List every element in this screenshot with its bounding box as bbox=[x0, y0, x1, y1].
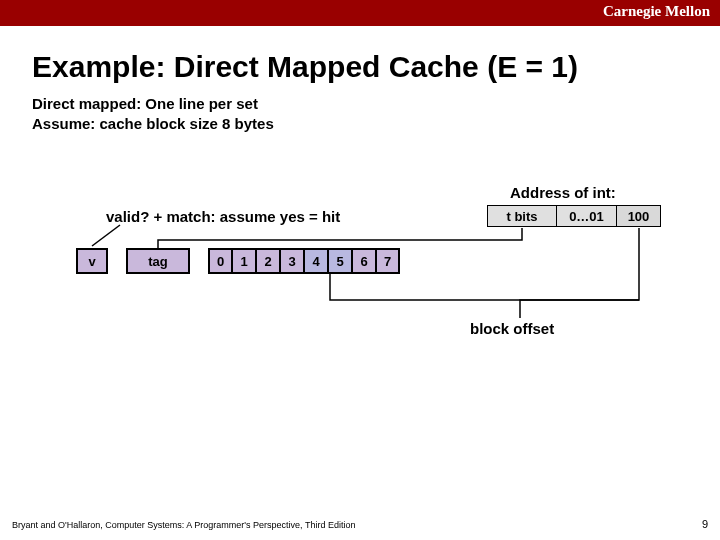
subtitle-line-1: Direct mapped: One line per set bbox=[32, 94, 720, 114]
cache-line: v tag 01234567 bbox=[76, 248, 400, 274]
subtitle-line-2: Assume: cache block size 8 bytes bbox=[32, 114, 720, 134]
byte-cell-0: 0 bbox=[208, 248, 232, 274]
hit-condition-text: valid? + match: assume yes = hit bbox=[106, 208, 340, 225]
addr-setidx: 0…01 bbox=[557, 205, 617, 227]
byte-cell-3: 3 bbox=[280, 248, 304, 274]
byte-cell-6: 6 bbox=[352, 248, 376, 274]
brand-label: Carnegie Mellon bbox=[603, 3, 710, 20]
byte-cell-1: 1 bbox=[232, 248, 256, 274]
diagram-stage: Address of int: t bits 0…01 100 valid? +… bbox=[0, 170, 720, 390]
gap-2 bbox=[190, 248, 208, 274]
brand-bar: Carnegie Mellon bbox=[0, 0, 720, 26]
address-heading: Address of int: bbox=[510, 184, 616, 201]
tag-cell: tag bbox=[126, 248, 190, 274]
footer-citation: Bryant and O'Hallaron, Computer Systems:… bbox=[12, 520, 355, 530]
byte-cell-2: 2 bbox=[256, 248, 280, 274]
page-number: 9 bbox=[702, 518, 708, 530]
addr-tbits: t bits bbox=[487, 205, 557, 227]
svg-line-0 bbox=[92, 225, 120, 246]
valid-cell: v bbox=[76, 248, 108, 274]
slide-subtitle: Direct mapped: One line per set Assume: … bbox=[32, 94, 720, 135]
addr-offset: 100 bbox=[617, 205, 661, 227]
byte-cell-5: 5 bbox=[328, 248, 352, 274]
slide-title: Example: Direct Mapped Cache (E = 1) bbox=[32, 50, 720, 84]
connector-lines bbox=[0, 170, 720, 390]
data-bytes-row: 01234567 bbox=[208, 248, 400, 274]
byte-cell-4: 4 bbox=[304, 248, 328, 274]
address-box: t bits 0…01 100 bbox=[487, 205, 661, 227]
block-offset-label: block offset bbox=[470, 320, 554, 337]
byte-cell-7: 7 bbox=[376, 248, 400, 274]
gap-1 bbox=[108, 248, 126, 274]
